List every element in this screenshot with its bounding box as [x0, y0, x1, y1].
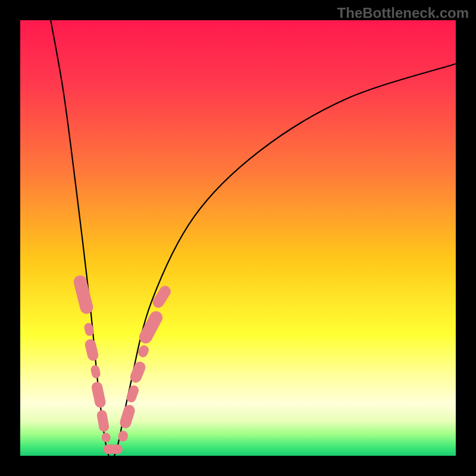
watermark-text: TheBottleneck.com — [337, 5, 469, 21]
data-marker — [96, 409, 110, 433]
data-marker — [101, 432, 111, 443]
data-marker — [90, 381, 107, 409]
data-marker — [84, 338, 99, 362]
data-marker — [90, 364, 101, 379]
bottleneck-curve — [51, 20, 456, 456]
curve-overlay — [20, 20, 456, 456]
data-markers — [73, 274, 173, 455]
chart-plot-area — [20, 20, 456, 456]
data-marker — [137, 309, 165, 346]
data-marker — [73, 274, 95, 315]
data-marker — [111, 444, 123, 454]
data-marker — [118, 403, 136, 430]
